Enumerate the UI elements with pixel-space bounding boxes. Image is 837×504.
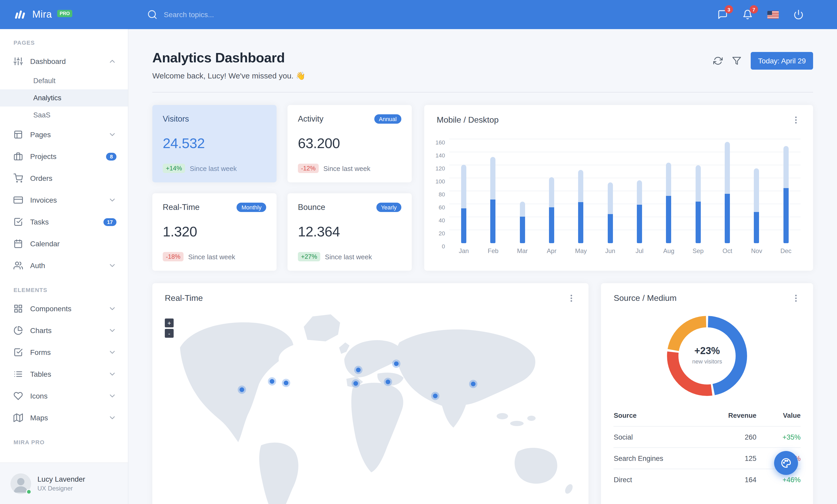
sidebar-item-calendar[interactable]: Calendar bbox=[0, 233, 128, 255]
power-icon bbox=[793, 10, 804, 20]
bar-segment-desktop bbox=[491, 157, 496, 200]
more-vertical-icon-wrap bbox=[791, 294, 801, 303]
credit-card-icon bbox=[14, 195, 23, 205]
sidebar-item-projects[interactable]: Projects8 bbox=[0, 146, 128, 167]
chevron-down-icon bbox=[108, 326, 117, 335]
sidebar-item-dashboard[interactable]: Dashboard bbox=[0, 50, 128, 72]
bar-stack bbox=[578, 170, 584, 243]
sidebar-item-label: Orders bbox=[30, 174, 117, 182]
sidebar-item-auth[interactable]: Auth bbox=[0, 255, 128, 276]
stat-card-real-time[interactable]: Real-TimeMonthly1.320-18%Since last week bbox=[152, 193, 277, 271]
stat-card-title: Activity bbox=[298, 114, 323, 124]
sidebar-subitem-saas[interactable]: SaaS bbox=[0, 107, 128, 124]
search-icon-wrap bbox=[147, 10, 158, 20]
source-medium-menu-button[interactable] bbox=[791, 294, 801, 303]
bar-stack bbox=[549, 177, 554, 243]
bar-segment-desktop bbox=[520, 202, 525, 217]
sidebar-item-label: Pages bbox=[30, 130, 101, 139]
search-input[interactable] bbox=[164, 11, 283, 19]
notifications-count-badge: 7 bbox=[750, 5, 758, 14]
sidebar-section-label: PAGES bbox=[0, 29, 128, 50]
y-tick-label: 80 bbox=[439, 191, 445, 198]
source-cell: Social bbox=[614, 433, 707, 441]
realtime-menu-button[interactable] bbox=[567, 294, 576, 303]
user-role: UX Designer bbox=[37, 485, 85, 492]
mobile-desktop-card-header: Mobile / Desktop bbox=[424, 105, 813, 130]
more-vertical-icon-wrap bbox=[567, 294, 576, 303]
bar-segment-desktop bbox=[783, 146, 789, 188]
map-zoom-out-button[interactable]: - bbox=[165, 329, 174, 338]
grid-icon bbox=[14, 304, 23, 313]
bar-column-oct bbox=[713, 139, 742, 243]
bar-stack bbox=[491, 157, 496, 243]
y-tick-label: 120 bbox=[435, 165, 445, 171]
sidebar-item-maps[interactable]: Maps bbox=[0, 407, 128, 429]
stat-card-value: 63.200 bbox=[298, 136, 401, 152]
sidebar-item-icon bbox=[14, 239, 23, 248]
sidebar-item-charts[interactable]: Charts bbox=[0, 320, 128, 341]
chevron-down-icon-wrap bbox=[108, 326, 117, 335]
sidebar-subitem-default[interactable]: Default bbox=[0, 72, 128, 89]
refresh-button[interactable] bbox=[713, 56, 723, 66]
y-tick-label: 0 bbox=[442, 243, 445, 249]
bar-segment-mobile bbox=[696, 202, 701, 243]
bar-segment-desktop bbox=[461, 165, 466, 208]
header-divider bbox=[152, 92, 813, 93]
sidebar-section-label: ELEMENTS bbox=[0, 276, 128, 298]
sidebar-item-pages[interactable]: Pages bbox=[0, 124, 128, 146]
sidebar-subitem-analytics[interactable]: Analytics bbox=[0, 89, 128, 107]
check-square-icon bbox=[14, 348, 23, 357]
filter-button[interactable] bbox=[732, 56, 741, 66]
sidebar-item-count-badge: 8 bbox=[106, 152, 117, 160]
top-row: Visitors24.532+14%Since last weekActivit… bbox=[152, 105, 813, 271]
sidebar-item-icon bbox=[14, 369, 23, 379]
stat-change-badge: +27% bbox=[298, 252, 320, 261]
layout-icon bbox=[14, 130, 23, 139]
stat-card-bounce[interactable]: BounceYearly12.364+27%Since last week bbox=[287, 193, 412, 271]
bar-segment-mobile bbox=[608, 214, 613, 243]
map-marker bbox=[352, 379, 360, 388]
chevron-down-icon bbox=[108, 304, 117, 313]
page-header: Analytics Dashboard Welcome back, Lucy! … bbox=[152, 50, 813, 80]
donut-center-label: +23% new visitors bbox=[692, 345, 722, 365]
more-vertical-icon-wrap bbox=[791, 115, 801, 125]
brand[interactable]: Mira PRO bbox=[0, 8, 128, 21]
messages-count-badge: 3 bbox=[725, 5, 733, 14]
sidebar-item-icon bbox=[14, 391, 23, 400]
sidebar-nav: PAGESDashboardDefaultAnalyticsSaaSPagesP… bbox=[0, 29, 128, 450]
source-table-header: Source Revenue Value bbox=[614, 405, 801, 426]
source-cell: Search Engines bbox=[614, 454, 707, 462]
sidebar-item-invoices[interactable]: Invoices bbox=[0, 189, 128, 211]
sign-out-button[interactable] bbox=[793, 10, 804, 20]
theme-settings-fab[interactable] bbox=[774, 451, 798, 475]
notifications-button[interactable]: 7 bbox=[742, 10, 753, 20]
top-navbar: Mira PRO 3 7 bbox=[0, 0, 837, 29]
mira-logo-icon bbox=[14, 8, 27, 21]
refresh-icon bbox=[713, 56, 723, 66]
messages-button[interactable]: 3 bbox=[717, 10, 728, 20]
bar-segment-mobile bbox=[754, 212, 759, 243]
bar-stack bbox=[520, 202, 525, 243]
more-vertical-icon bbox=[791, 294, 801, 303]
stat-card-activity[interactable]: ActivityAnnual63.200-12%Since last week bbox=[287, 105, 412, 182]
map-marker bbox=[354, 366, 362, 374]
sidebar-user-profile[interactable]: Lucy Lavender UX Designer bbox=[0, 463, 128, 504]
sidebar-item-icons[interactable]: Icons bbox=[0, 385, 128, 407]
sidebar-item-tables[interactable]: Tables bbox=[0, 363, 128, 385]
sidebar-item-orders[interactable]: Orders bbox=[0, 167, 128, 189]
stat-card-value: 1.320 bbox=[163, 224, 266, 240]
mobile-desktop-menu-button[interactable] bbox=[791, 115, 801, 125]
date-range-button[interactable]: Today: April 29 bbox=[751, 52, 813, 70]
sidebar-item-forms[interactable]: Forms bbox=[0, 341, 128, 363]
map-zoom-in-button[interactable]: + bbox=[165, 318, 174, 327]
palette-icon-wrap bbox=[780, 457, 792, 469]
x-tick-label: Feb bbox=[479, 247, 508, 255]
stat-change-note: Since last week bbox=[190, 165, 237, 172]
language-button[interactable] bbox=[767, 11, 779, 18]
bar-column-jan bbox=[449, 139, 479, 243]
sidebar-item-tasks[interactable]: Tasks17 bbox=[0, 211, 128, 233]
sidebar-item-components[interactable]: Components bbox=[0, 298, 128, 320]
bar-column-may bbox=[566, 139, 596, 243]
stat-card-visitors[interactable]: Visitors24.532+14%Since last week bbox=[152, 105, 277, 182]
stat-change-note: Since last week bbox=[188, 253, 235, 261]
